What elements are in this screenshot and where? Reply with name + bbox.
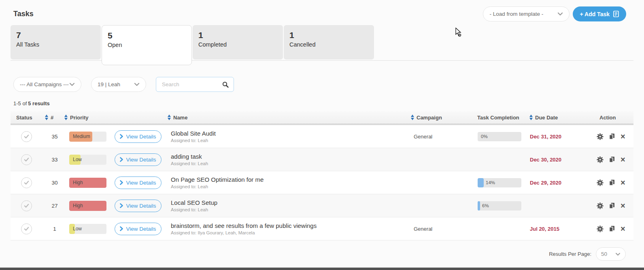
- tasks-table: Status # Priority Name Campaign Task Com…: [11, 111, 633, 240]
- close-icon[interactable]: ×: [621, 203, 625, 208]
- column-header-due-date: Due Date: [526, 115, 591, 121]
- close-icon[interactable]: ×: [621, 134, 625, 139]
- task-name: Local SEO Setup: [171, 199, 405, 206]
- chevron-down-icon: [69, 83, 75, 86]
- search-box: [156, 77, 234, 92]
- status-check-icon[interactable]: [21, 154, 32, 165]
- sort-arrows-icon[interactable]: [529, 115, 533, 120]
- task-number: 33: [45, 157, 64, 163]
- magnifier-icon[interactable]: [222, 81, 229, 88]
- status-check-icon[interactable]: [21, 177, 32, 188]
- tab-cancelled[interactable]: 1 Cancelled: [284, 25, 374, 60]
- copy-icon[interactable]: [609, 225, 615, 232]
- sort-arrows-icon[interactable]: [45, 115, 48, 120]
- task-assigned: Assigned to: Leah: [171, 207, 405, 212]
- tab-open[interactable]: 5 Open: [102, 25, 192, 65]
- copy-icon[interactable]: [609, 133, 615, 140]
- view-details-label: View Details: [126, 226, 156, 232]
- priority-label: High: [73, 203, 83, 208]
- chevron-down-icon: [557, 12, 563, 16]
- tab-label: Open: [108, 42, 191, 48]
- close-icon[interactable]: ×: [621, 180, 625, 185]
- tab-completed[interactable]: 1 Completed: [193, 25, 283, 60]
- load-from-template-label: - Load from template -: [489, 11, 543, 17]
- copy-icon[interactable]: [609, 179, 615, 186]
- tab-label: Completed: [198, 41, 283, 48]
- task-name: On Page SEO Optimization for me: [171, 176, 405, 183]
- view-details-label: View Details: [126, 134, 156, 140]
- copy-icon[interactable]: [609, 202, 615, 209]
- task-name: Global Site Audit: [171, 130, 405, 137]
- completion-bar: 0%: [478, 132, 521, 141]
- sort-arrows-icon[interactable]: [64, 115, 68, 120]
- task-assigned: Assigned to: Leah: [171, 161, 405, 166]
- copy-icon[interactable]: [609, 156, 615, 163]
- add-task-button[interactable]: + Add Task: [573, 6, 626, 21]
- gear-icon[interactable]: [597, 225, 604, 232]
- view-details-button[interactable]: View Details: [115, 176, 162, 189]
- status-check-icon[interactable]: [21, 223, 32, 234]
- gear-icon[interactable]: [597, 179, 604, 186]
- gear-icon[interactable]: [597, 202, 604, 209]
- gear-icon[interactable]: [597, 133, 604, 140]
- completion-bar: 14%: [478, 178, 521, 187]
- view-details-button[interactable]: View Details: [115, 200, 162, 212]
- priority-badge: Low: [69, 155, 106, 165]
- view-details-button[interactable]: View Details: [115, 223, 162, 235]
- results-per-page-select[interactable]: 50: [596, 247, 626, 261]
- view-details-label: View Details: [126, 203, 156, 209]
- task-due-date: Dec 29, 2020: [526, 180, 591, 186]
- load-from-template-select[interactable]: - Load from template -: [483, 6, 570, 21]
- priority-badge: High: [69, 201, 106, 211]
- task-number: 27: [45, 203, 64, 209]
- table-row: 35 Medium View Details Global Site Audit…: [11, 125, 633, 148]
- results-summary: 1-5 of5 results: [13, 100, 644, 106]
- task-assigned: Assigned to: Leah: [171, 138, 405, 143]
- column-header-name: Name: [168, 115, 405, 121]
- chevron-down-icon: [134, 83, 140, 86]
- task-due-date: Jul 20, 2015: [526, 226, 591, 232]
- priority-label: Low: [73, 226, 82, 232]
- completion-percent: 6%: [482, 203, 489, 208]
- task-due-date: Dec 30, 2020: [526, 157, 591, 163]
- table-row: 1 Low View Details brainstorm, and see r…: [11, 217, 633, 240]
- view-details-button[interactable]: View Details: [115, 153, 162, 166]
- view-details-button[interactable]: View Details: [115, 130, 162, 143]
- chevron-right-icon: [120, 157, 123, 162]
- add-task-label: + Add Task: [580, 11, 610, 17]
- column-header-task-completion: Task Completion: [468, 115, 526, 121]
- results-per-page-label: Results Per Page:: [549, 251, 591, 257]
- task-campaign: General: [405, 134, 468, 140]
- campaign-filter-select[interactable]: --- All Campaigns ---: [13, 77, 81, 92]
- completion-fill: [478, 201, 480, 210]
- column-header-priority: Priority: [64, 115, 110, 121]
- window-edge: [0, 268, 644, 270]
- close-icon[interactable]: ×: [621, 226, 625, 232]
- chevron-right-icon: [120, 226, 123, 231]
- task-due-date: Dec 31, 2020: [526, 134, 591, 140]
- tab-all-tasks[interactable]: 7 All Tasks: [11, 25, 101, 60]
- campaign-filter-value: --- All Campaigns ---: [20, 81, 69, 87]
- priority-badge: Low: [69, 224, 106, 234]
- table-row: 27 High View Details Local SEO Setup Ass…: [11, 194, 633, 217]
- column-header-action: Action: [591, 115, 633, 121]
- view-details-label: View Details: [126, 180, 156, 186]
- status-check-icon[interactable]: [21, 131, 32, 142]
- table-row: 33 Low View Details adding task Assigned…: [11, 148, 633, 171]
- column-header-campaign: Campaign: [405, 115, 468, 121]
- table-row: 30 High View Details On Page SEO Optimiz…: [11, 171, 633, 194]
- status-check-icon[interactable]: [21, 200, 32, 211]
- priority-label: High: [73, 180, 83, 185]
- table-header: Status # Priority Name Campaign Task Com…: [11, 111, 633, 125]
- sort-arrows-icon[interactable]: [411, 115, 414, 120]
- gear-icon[interactable]: [597, 156, 604, 163]
- chevron-right-icon: [120, 134, 123, 139]
- assignee-filter-select[interactable]: 19 | Leah: [91, 77, 146, 92]
- assignee-filter-value: 19 | Leah: [98, 81, 120, 87]
- sort-arrows-icon[interactable]: [168, 115, 171, 120]
- search-input[interactable]: [161, 81, 218, 88]
- close-icon[interactable]: ×: [621, 157, 625, 162]
- top-bar: Tasks - Load from template - + Add Task: [0, 0, 644, 21]
- task-number: 30: [45, 180, 64, 186]
- task-number: 35: [45, 134, 64, 140]
